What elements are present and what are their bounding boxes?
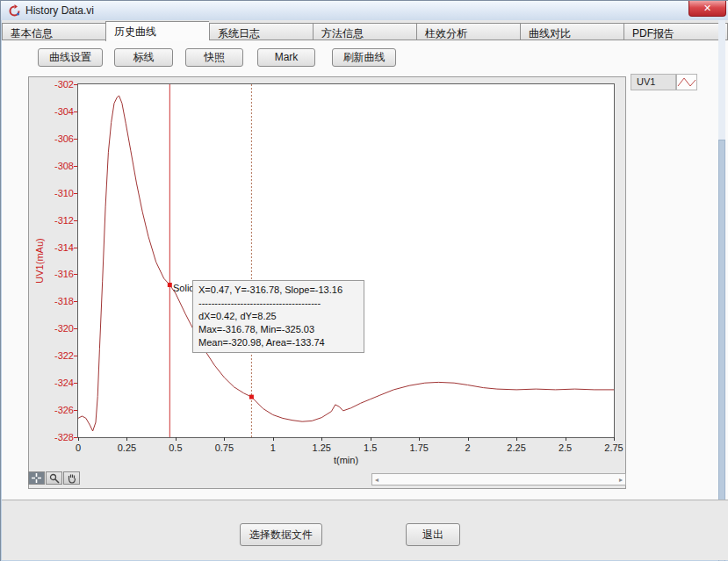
y-tick-label: -302 <box>33 79 74 90</box>
curve-UV1 <box>78 96 614 431</box>
graph-h-scrollbar[interactable]: ◂ ▸ <box>371 473 626 485</box>
plot-canvas[interactable] <box>78 84 614 437</box>
pan-tool-button[interactable] <box>63 471 80 485</box>
scroll-left-icon[interactable]: ◂ <box>375 475 378 485</box>
zoom-tool-button[interactable] <box>46 471 62 485</box>
refresh-curve-button[interactable]: 刷新曲线 <box>332 48 396 67</box>
vi-app-icon <box>8 4 21 18</box>
x-tick-label: 0.5 <box>156 442 195 453</box>
y-tick-mark <box>74 193 77 194</box>
marker-line-button[interactable]: 标线 <box>114 48 173 67</box>
x-tick-label: 0.75 <box>205 442 243 453</box>
y-tick-label: -328 <box>33 432 74 442</box>
y-tick-label: -310 <box>33 188 74 198</box>
line-style-icon <box>677 75 696 90</box>
scroll-right-icon[interactable]: ▸ <box>619 475 623 485</box>
y-tick-mark <box>74 328 77 329</box>
y-tick-mark <box>74 139 77 140</box>
title-bar[interactable]: History Data.vi ✕ <box>1 1 728 21</box>
y-tick-label: -306 <box>33 133 74 144</box>
exit-button[interactable]: 退出 <box>406 523 460 546</box>
tooltip-separator: -------------------------------------- <box>198 297 358 310</box>
cursor-marker-1[interactable] <box>168 283 172 287</box>
tooltip-line-meanarea: Mean=-320.98, Area=-133.74 <box>198 336 358 349</box>
footer-panel: 选择数据文件 退出 <box>2 500 728 560</box>
tooltip-line-maxmin: Max=-316.78, Min=-325.03 <box>198 323 358 336</box>
x-tick-mark <box>78 437 79 441</box>
y-tick-label: -312 <box>33 215 74 226</box>
y-tick-mark <box>74 220 77 221</box>
y-tick-label: -318 <box>33 296 74 306</box>
x-tick-mark <box>321 437 322 441</box>
cursor-move-tool-button[interactable] <box>28 471 45 485</box>
x-tick-label: 2 <box>449 442 487 453</box>
mark-button[interactable]: Mark <box>257 48 315 67</box>
y-axis-label: UV1(mAu) <box>34 238 45 283</box>
window-title: History Data.vi <box>25 4 94 17</box>
x-tick-mark <box>516 437 517 441</box>
tab-system-log[interactable]: 系统日志 <box>209 23 313 40</box>
x-tick-label: 2.75 <box>595 442 633 453</box>
y-tick-label: -324 <box>33 378 74 388</box>
y-tick-label: -320 <box>33 323 74 334</box>
x-tick-label: 1.75 <box>400 442 438 453</box>
tab-history-curve[interactable]: 历史曲线 <box>105 21 209 41</box>
x-tick-mark <box>176 437 177 441</box>
cursor-tooltip: X=0.47, Y=-316.78, Slope=-13.16 --------… <box>192 280 364 353</box>
tab-curve-compare[interactable]: 曲线对比 <box>520 23 623 40</box>
x-tick-mark <box>224 437 225 441</box>
y-tick-mark <box>74 301 77 302</box>
x-axis-label: t(min) <box>311 455 381 465</box>
curve-settings-button[interactable]: 曲线设置 <box>38 48 103 67</box>
cursor-name-label: Solid <box>173 283 194 293</box>
tab-method-info[interactable]: 方法信息 <box>313 23 416 40</box>
close-button[interactable]: ✕ <box>688 1 726 17</box>
tooltip-line-xy: X=0.47, Y=-316.78, Slope=-13.16 <box>198 284 358 297</box>
y-tick-mark <box>74 274 77 275</box>
tab-column-efficiency[interactable]: 柱效分析 <box>416 23 520 40</box>
y-tick-label: -322 <box>33 350 74 361</box>
x-tick-mark <box>273 437 274 441</box>
crosshair-icon <box>32 473 41 483</box>
y-tick-mark <box>74 84 77 85</box>
y-tick-label: -304 <box>33 106 74 117</box>
y-tick-label: -326 <box>33 405 74 415</box>
y-tick-mark <box>74 111 77 112</box>
y-tick-mark <box>74 410 77 411</box>
hand-icon <box>67 473 77 484</box>
y-tick-mark <box>74 356 77 356</box>
tab-basic-info[interactable]: 基本信息 <box>2 23 105 40</box>
app-window: History Data.vi ✕ 基本信息 历史曲线 系统日志 方法信息 柱效… <box>0 0 728 561</box>
y-tick-label: -308 <box>33 161 74 171</box>
x-tick-mark <box>566 437 566 441</box>
graph-palette <box>28 471 80 485</box>
v-scrollbar-thumb[interactable] <box>718 140 725 561</box>
x-tick-mark <box>419 437 420 441</box>
y-tick-mark <box>74 166 77 167</box>
window-v-scrollbar[interactable] <box>718 20 725 559</box>
x-tick-mark <box>468 437 469 441</box>
legend-item-uv1[interactable]: UV1 <box>631 74 676 90</box>
tooltip-line-dxdy: dX=0.42, dY=8.25 <box>198 310 358 323</box>
legend-line-style-box[interactable] <box>676 74 697 90</box>
x-tick-label: 2.5 <box>546 442 585 453</box>
snapshot-button[interactable]: 快照 <box>185 48 243 67</box>
x-tick-label: 2.25 <box>497 442 536 453</box>
x-tick-mark <box>126 437 127 441</box>
x-tick-label: 1 <box>254 442 292 453</box>
y-tick-mark <box>74 248 77 248</box>
x-tick-label: 1.5 <box>351 442 390 453</box>
x-tick-label: 0 <box>59 442 97 453</box>
magnifier-icon <box>49 473 60 484</box>
x-tick-label: 0.25 <box>107 442 146 453</box>
x-tick-label: 1.25 <box>302 442 341 453</box>
y-tick-mark <box>74 383 77 384</box>
cursor-marker-2[interactable] <box>249 395 254 399</box>
x-tick-mark <box>614 437 615 441</box>
y-tick-mark <box>74 437 77 438</box>
tab-bar: 基本信息 历史曲线 系统日志 方法信息 柱效分析 曲线对比 PDF报告 <box>2 20 728 40</box>
select-data-file-button[interactable]: 选择数据文件 <box>240 523 322 546</box>
tab-pdf-report[interactable]: PDF报告 <box>623 23 728 40</box>
x-tick-mark <box>371 437 371 441</box>
